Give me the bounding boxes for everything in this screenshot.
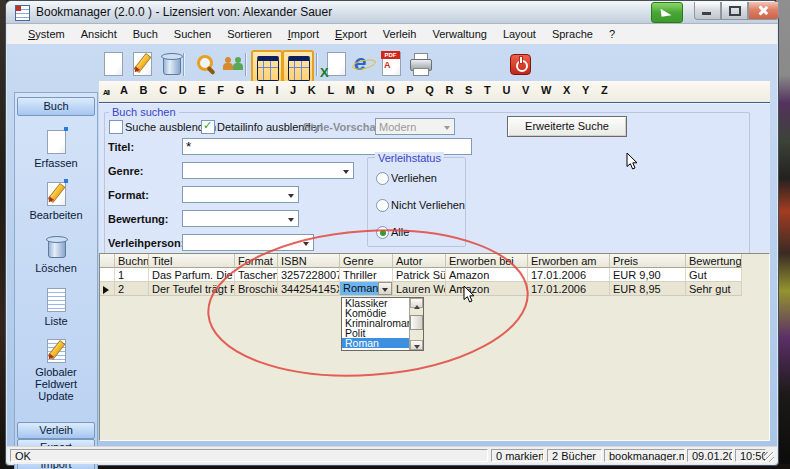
- advanced-search-button[interactable]: Erweiterte Suche: [507, 116, 627, 137]
- menu-layout[interactable]: Layout: [495, 25, 544, 43]
- cell-erworben-am[interactable]: 17.01.2006: [528, 268, 610, 282]
- table-view-button-2[interactable]: [284, 52, 310, 79]
- dropdown-scrollbar[interactable]: [409, 298, 423, 350]
- scroll-down-icon[interactable]: [410, 340, 423, 350]
- hide-detail-checkbox[interactable]: [201, 120, 215, 134]
- menu-buch[interactable]: Buch: [125, 25, 166, 43]
- menu-verleih[interactable]: Verleih: [375, 25, 425, 43]
- titlebar[interactable]: Bookmanager (2.0.0 ) - Lizensiert von: A…: [6, 1, 778, 24]
- exit-button[interactable]: [507, 51, 533, 78]
- column-header-titel[interactable]: Titel: [149, 254, 235, 268]
- format-combobox[interactable]: [182, 186, 299, 203]
- alphabet-letter-button[interactable]: P: [406, 84, 413, 96]
- excel-export-button[interactable]: X: [323, 51, 349, 78]
- alphabet-letter-button[interactable]: Y: [582, 84, 589, 96]
- menu-import[interactable]: Import: [280, 25, 327, 43]
- cell-bewertung[interactable]: Sehr gut: [686, 282, 742, 296]
- internet-button[interactable]: e: [351, 51, 377, 78]
- alphabet-letter-button[interactable]: N: [367, 84, 375, 96]
- cell-format[interactable]: Taschenbu: [235, 268, 278, 282]
- column-header-genre[interactable]: Genre: [340, 254, 393, 268]
- cell-buchnr[interactable]: 1: [115, 268, 149, 282]
- sidebar-item-liste[interactable]: Liste: [15, 287, 97, 327]
- cell-format[interactable]: Broschiert: [235, 282, 278, 296]
- scroll-up-icon[interactable]: [410, 298, 423, 308]
- alphabet-letter-button[interactable]: C: [159, 84, 167, 96]
- close-button[interactable]: [748, 2, 779, 20]
- alphabet-letter-button[interactable]: R: [446, 84, 454, 96]
- minimize-button[interactable]: [694, 2, 721, 20]
- verleihperson-combobox[interactable]: [182, 234, 314, 251]
- cell-genre[interactable]: Thriller: [340, 268, 393, 282]
- print-button[interactable]: [407, 51, 433, 78]
- radio-nicht-verliehen-label[interactable]: Nicht Verliehen: [391, 199, 465, 211]
- genre-cell-value[interactable]: Roman: [340, 282, 378, 295]
- alphabet-letter-button[interactable]: Z: [601, 84, 608, 96]
- dropdown-item[interactable]: Kriminalroman: [342, 318, 410, 328]
- cell-preis[interactable]: EUR 9,90: [610, 268, 686, 282]
- new-button[interactable]: [100, 51, 126, 78]
- cell-autor[interactable]: Patrick Süski: [393, 268, 446, 282]
- cell-titel[interactable]: Das Parfum. Die Ges: [149, 268, 235, 282]
- alphabet-letter-button[interactable]: F: [217, 84, 224, 96]
- alphabet-letter-button[interactable]: W: [541, 84, 551, 96]
- persons-button[interactable]: [221, 51, 247, 78]
- alphabet-letter-button[interactable]: L: [327, 84, 334, 96]
- column-header-autor[interactable]: Autor: [393, 254, 446, 268]
- column-header-format[interactable]: Format: [235, 254, 278, 268]
- cell-isbn[interactable]: 3257228007: [278, 268, 340, 282]
- alphabet-letter-button[interactable]: E: [198, 84, 205, 96]
- pdf-export-button[interactable]: PDFA: [378, 51, 404, 78]
- edit-button[interactable]: [129, 51, 155, 78]
- genre-combobox[interactable]: [182, 162, 354, 179]
- column-header-erworben-am[interactable]: Erworben am: [528, 254, 610, 268]
- alphabet-letter-button[interactable]: D: [179, 84, 187, 96]
- column-header-erworben-bei[interactable]: Erworben bei: [446, 254, 528, 268]
- genre-cell-dropdown-button[interactable]: [378, 282, 392, 295]
- remote-overlay-button[interactable]: [651, 2, 683, 23]
- radio-alle-label[interactable]: Alle: [391, 226, 409, 238]
- column-header-bewertung[interactable]: Bewertung: [686, 254, 742, 268]
- cell-autor[interactable]: Lauren Weisl: [393, 282, 446, 296]
- alphabet-letter-button[interactable]: S: [465, 84, 472, 96]
- alphabet-letter-button[interactable]: X: [563, 84, 570, 96]
- cell-titel[interactable]: Der Teufel trägt Präd.: [149, 282, 235, 296]
- alphabet-letter-button[interactable]: U: [502, 84, 510, 96]
- menu-sortieren[interactable]: Sortieren: [219, 25, 280, 43]
- scrollbar-thumb[interactable]: [410, 315, 423, 330]
- row-selector-cell[interactable]: [100, 268, 115, 282]
- alphabet-letter-button[interactable]: O: [386, 84, 395, 96]
- alphabet-letter-button[interactable]: A: [120, 84, 128, 96]
- table-view-button-1[interactable]: [253, 52, 279, 79]
- column-header-preis[interactable]: Preis: [610, 254, 686, 268]
- radio-nicht-verliehen[interactable]: [376, 199, 389, 212]
- alphabet-letter-button[interactable]: J: [290, 84, 296, 96]
- alphabet-letter-button[interactable]: H: [256, 84, 264, 96]
- alphabet-letter-button[interactable]: T: [484, 84, 491, 96]
- sidebar-item-bearbeiten[interactable]: Bearbeiten: [15, 181, 97, 221]
- alphabet-letter-button[interactable]: K: [308, 84, 316, 96]
- sidebar-header-buch[interactable]: Buch: [17, 97, 95, 116]
- dropdown-item[interactable]: Klassiker: [342, 298, 410, 308]
- sidebar-item-globaler-feldwert-update[interactable]: Globaler Feldwert Update: [15, 338, 97, 402]
- menu-verwaltung[interactable]: Verwaltung: [424, 25, 494, 43]
- radio-verliehen-label[interactable]: Verliehen: [391, 172, 437, 184]
- hide-search-checkbox[interactable]: [109, 120, 123, 134]
- cell-bewertung[interactable]: Gut: [686, 268, 742, 282]
- cell-genre-combo[interactable]: Roman: [340, 282, 393, 296]
- alphabet-all-button[interactable]: All: [103, 89, 109, 96]
- menu-suchen[interactable]: Suchen: [166, 25, 219, 43]
- dropdown-item-selected[interactable]: Roman: [342, 338, 410, 348]
- radio-verliehen[interactable]: [376, 172, 389, 185]
- cell-preis[interactable]: EUR 8,95: [610, 282, 686, 296]
- cell-erworben-bei[interactable]: Amazon: [446, 268, 528, 282]
- cell-erworben-am[interactable]: 17.01.2006: [528, 282, 610, 296]
- menu-export[interactable]: Export: [327, 25, 375, 43]
- dropdown-item[interactable]: Polit: [342, 328, 410, 338]
- column-header-buchnr[interactable]: Buchnr: [115, 254, 149, 268]
- cell-erworben-bei[interactable]: Amazon: [446, 282, 528, 296]
- menu-ansicht[interactable]: Ansicht: [73, 25, 125, 43]
- alphabet-letter-button[interactable]: B: [140, 84, 148, 96]
- cell-buchnr[interactable]: 2: [115, 282, 149, 296]
- dropdown-item[interactable]: Komödie: [342, 308, 410, 318]
